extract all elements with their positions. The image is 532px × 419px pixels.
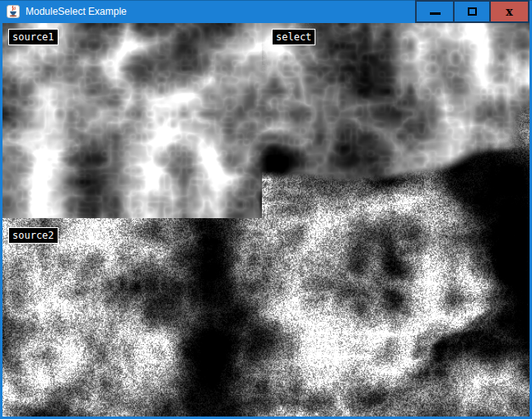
- app-window: ModuleSelect Example x source1 select so…: [0, 0, 532, 419]
- close-icon: x: [506, 6, 512, 17]
- minimize-icon: [430, 12, 441, 15]
- label-source1: source1: [8, 29, 58, 45]
- close-button[interactable]: x: [489, 0, 530, 23]
- maximize-button[interactable]: [453, 0, 491, 23]
- window-controls: x: [415, 0, 530, 23]
- titlebar[interactable]: ModuleSelect Example x: [0, 0, 532, 23]
- label-source2: source2: [8, 227, 58, 244]
- label-select: select: [272, 29, 315, 45]
- java-coffee-cup-icon: [7, 5, 20, 18]
- maximize-icon: [468, 7, 477, 16]
- window-title: ModuleSelect Example: [26, 6, 127, 17]
- noise-render-canvas: [2, 23, 530, 417]
- content-area: source1 select source2: [2, 23, 530, 417]
- minimize-button[interactable]: [415, 0, 455, 23]
